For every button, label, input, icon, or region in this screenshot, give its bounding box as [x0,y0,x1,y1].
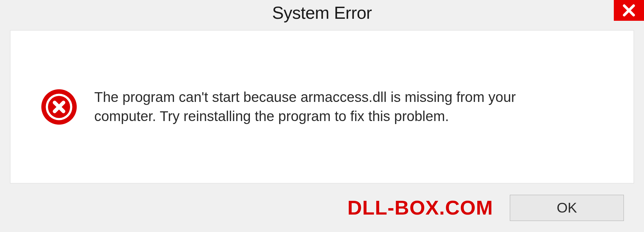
dialog-footer: DLL-BOX.COM OK [0,183,644,232]
watermark-text: DLL-BOX.COM [347,196,493,219]
error-message: The program can't start because armacces… [94,88,571,126]
titlebar: System Error [0,0,644,30]
content-panel: The program can't start because armacces… [10,30,634,183]
error-icon [41,89,77,125]
error-dialog: System Error The program can't start bec… [0,0,644,232]
ok-button[interactable]: OK [510,195,624,221]
dialog-title: System Error [272,3,372,23]
close-button[interactable] [614,0,644,21]
message-area: The program can't start because armacces… [10,31,634,183]
close-icon [622,3,636,17]
